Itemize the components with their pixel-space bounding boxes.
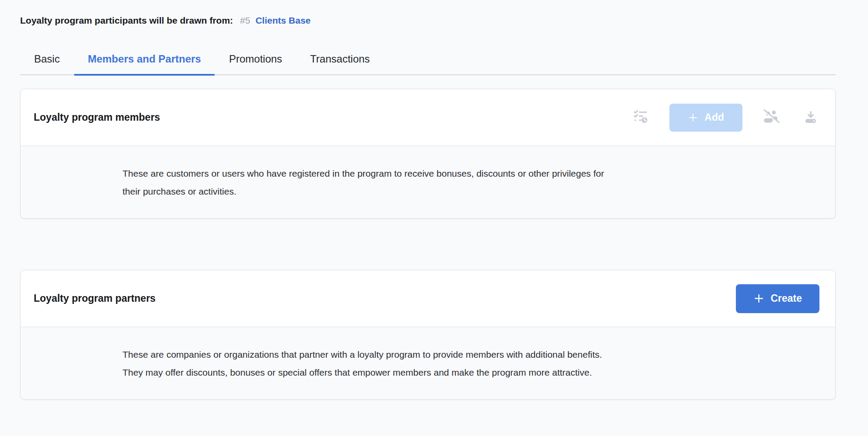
tab-promotions[interactable]: Promotions xyxy=(215,44,296,74)
create-partner-button-label: Create xyxy=(770,293,802,304)
add-member-button-label: Add xyxy=(704,112,724,123)
members-card-controls: Add xyxy=(632,104,819,132)
clients-base-link[interactable]: Clients Base xyxy=(256,14,311,27)
add-member-button[interactable]: Add xyxy=(669,104,742,132)
members-description-line1: These are customers or users who have re… xyxy=(122,164,818,182)
members-card-header: Loyalty program members xyxy=(21,89,835,146)
tab-members-and-partners[interactable]: Members and Partners xyxy=(74,44,215,74)
members-card-title: Loyalty program members xyxy=(34,112,160,123)
participants-source-line: Loyalty program participants will be dra… xyxy=(20,0,836,27)
partners-description-line1: These are companies or organizations tha… xyxy=(122,345,818,363)
task-list-clock-icon xyxy=(633,109,648,126)
participants-source-label: Loyalty program participants will be dra… xyxy=(20,14,233,27)
download-button[interactable] xyxy=(802,109,819,126)
plus-icon xyxy=(753,293,764,304)
program-ref-number: #5 xyxy=(240,14,250,27)
partners-card-header: Loyalty program partners Create xyxy=(21,270,835,327)
partners-card-title: Loyalty program partners xyxy=(34,293,156,304)
tab-transactions[interactable]: Transactions xyxy=(296,44,384,74)
page-content: Loyalty program participants will be dra… xyxy=(20,0,836,400)
tab-bar: Basic Members and Partners Promotions Tr… xyxy=(20,44,836,75)
download-icon xyxy=(803,109,819,126)
users-slash-button[interactable] xyxy=(763,109,780,126)
partners-card-description: These are companies or organizations tha… xyxy=(21,327,835,399)
tab-basic[interactable]: Basic xyxy=(20,44,74,74)
users-slash-icon xyxy=(763,109,780,126)
task-list-clock-button[interactable] xyxy=(632,109,649,126)
create-partner-button[interactable]: Create xyxy=(736,284,819,313)
members-description-line2: their purchases or activities. xyxy=(122,182,818,200)
members-card-description: These are customers or users who have re… xyxy=(21,146,835,218)
plus-icon xyxy=(688,112,698,123)
partners-description-line2: They may offer discounts, bonuses or spe… xyxy=(122,363,818,381)
members-card: Loyalty program members xyxy=(20,89,836,219)
partners-card: Loyalty program partners Create These ar… xyxy=(20,270,836,400)
